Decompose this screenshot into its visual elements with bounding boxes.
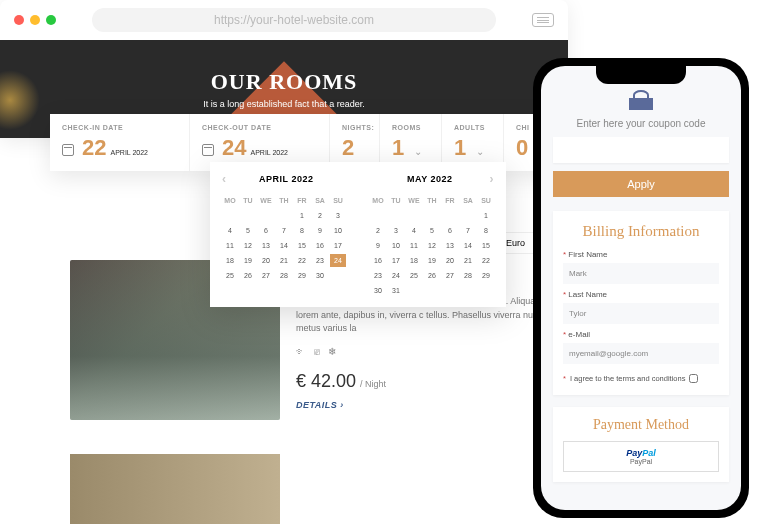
calendar-day[interactable]: 27 (442, 269, 458, 282)
calendar-day[interactable]: 6 (258, 224, 274, 237)
calendar-day[interactable]: 16 (370, 254, 386, 267)
gift-icon (629, 90, 653, 110)
first-name-label: * First Name (563, 250, 719, 259)
calendar-day[interactable]: 13 (442, 239, 458, 252)
calendar-day[interactable]: 8 (478, 224, 494, 237)
calendar-day[interactable]: 11 (222, 239, 238, 252)
lamp-glow-decoration (0, 70, 40, 130)
last-name-input[interactable] (563, 303, 719, 324)
calendar-day[interactable]: 9 (312, 224, 328, 237)
calendar-day[interactable]: 24 (330, 254, 346, 267)
calendar-day[interactable]: 5 (240, 224, 256, 237)
calendar-day[interactable]: 23 (312, 254, 328, 267)
calendar-day[interactable]: 28 (460, 269, 476, 282)
calendar-day[interactable]: 14 (276, 239, 292, 252)
calendar-day[interactable]: 30 (312, 269, 328, 282)
calendar-day[interactable]: 13 (258, 239, 274, 252)
browser-chrome: https://your-hotel-website.com (0, 0, 568, 40)
page-title: OUR ROOMS (211, 69, 358, 95)
calendar-day[interactable]: 2 (312, 209, 328, 222)
first-name-input[interactable] (563, 263, 719, 284)
paypal-option[interactable]: PayPal PayPal (563, 441, 719, 472)
calendar-day[interactable]: 7 (276, 224, 292, 237)
calendar-day[interactable]: 26 (424, 269, 440, 282)
page-subtitle: It is a long established fact that a rea… (203, 99, 365, 109)
coupon-input[interactable] (553, 137, 729, 163)
calendar-prev-icon[interactable]: ‹ (222, 172, 227, 186)
apply-button[interactable]: Apply (553, 171, 729, 197)
calendar-day[interactable]: 29 (294, 269, 310, 282)
calendar-day[interactable]: 12 (240, 239, 256, 252)
close-window-icon[interactable] (14, 15, 24, 25)
wifi-icon: ᯤ (296, 346, 306, 357)
calendar-day[interactable]: 17 (388, 254, 404, 267)
calendar-day[interactable]: 12 (424, 239, 440, 252)
calendar-day[interactable]: 22 (294, 254, 310, 267)
calendar-day[interactable]: 15 (294, 239, 310, 252)
amenities-row: ᯤ ⎚ ❄ (296, 346, 560, 357)
calendar-day[interactable]: 1 (478, 209, 494, 222)
calendar-day[interactable]: 26 (240, 269, 256, 282)
calendar-day[interactable]: 14 (460, 239, 476, 252)
phone-screen: Enter here your coupon code Apply Billin… (541, 66, 741, 510)
coupon-section: Enter here your coupon code Apply (553, 90, 729, 197)
calendar-day[interactable]: 23 (370, 269, 386, 282)
calendar-day[interactable]: 24 (388, 269, 404, 282)
calendar-day[interactable]: 20 (258, 254, 274, 267)
phone-notch (596, 66, 686, 84)
calendar-icon (62, 144, 74, 156)
calendar-month-may: MAY 2022› MOTUWETHFRSASU1234567891011121… (358, 162, 506, 307)
calendar-day[interactable]: 25 (406, 269, 422, 282)
calendar-day[interactable]: 2 (370, 224, 386, 237)
calendar-day[interactable]: 16 (312, 239, 328, 252)
calendar-day[interactable]: 20 (442, 254, 458, 267)
calendar-day[interactable]: 1 (294, 209, 310, 222)
calendar-day[interactable]: 25 (222, 269, 238, 282)
url-bar[interactable]: https://your-hotel-website.com (92, 8, 496, 32)
calendar-day[interactable]: 5 (424, 224, 440, 237)
calendar-next-icon[interactable]: › (489, 172, 494, 186)
calendar-day[interactable]: 15 (478, 239, 494, 252)
calendar-day[interactable]: 28 (276, 269, 292, 282)
calendar-day[interactable]: 4 (222, 224, 238, 237)
calendar-day[interactable]: 18 (406, 254, 422, 267)
calendar-popup: ‹APRIL 2022 MOTUWETHFRSASU12345678910111… (210, 162, 506, 307)
calendar-day[interactable]: 3 (330, 209, 346, 222)
room-image-2[interactable] (70, 454, 280, 524)
calendar-day[interactable]: 30 (370, 284, 386, 297)
email-input[interactable] (563, 343, 719, 364)
checkin-field[interactable]: CHECK-IN DATE 22APRIL 2022 (50, 114, 190, 171)
calendar-day[interactable]: 17 (330, 239, 346, 252)
tv-icon: ⎚ (314, 346, 320, 357)
calendar-day[interactable]: 22 (478, 254, 494, 267)
minimize-window-icon[interactable] (30, 15, 40, 25)
payment-section: Payment Method PayPal PayPal (553, 407, 729, 482)
calendar-day[interactable]: 18 (222, 254, 238, 267)
calendar-day[interactable]: 9 (370, 239, 386, 252)
calendar-day[interactable]: 11 (406, 239, 422, 252)
calendar-day[interactable]: 7 (460, 224, 476, 237)
calendar-day[interactable]: 21 (276, 254, 292, 267)
calendar-day[interactable]: 29 (478, 269, 494, 282)
payment-title: Payment Method (563, 417, 719, 433)
calendar-day[interactable]: 10 (388, 239, 404, 252)
calendar-day[interactable]: 4 (406, 224, 422, 237)
calendar-day[interactable]: 27 (258, 269, 274, 282)
calendar-day[interactable]: 19 (240, 254, 256, 267)
phone-mockup: Enter here your coupon code Apply Billin… (533, 58, 749, 518)
calendar-day[interactable]: 19 (424, 254, 440, 267)
calendar-day[interactable]: 8 (294, 224, 310, 237)
details-link[interactable]: DETAILS › (296, 400, 560, 410)
calendar-month-april: ‹APRIL 2022 MOTUWETHFRSASU12345678910111… (210, 162, 358, 307)
calendar-day[interactable]: 6 (442, 224, 458, 237)
calendar-day[interactable]: 10 (330, 224, 346, 237)
calendar-day[interactable]: 31 (388, 284, 404, 297)
hamburger-menu-icon[interactable] (532, 13, 554, 27)
terms-checkbox[interactable] (689, 374, 698, 383)
last-name-label: * Last Name (563, 290, 719, 299)
chevron-down-icon: ⌄ (414, 146, 422, 157)
billing-title: Billing Information (563, 223, 719, 240)
maximize-window-icon[interactable] (46, 15, 56, 25)
calendar-day[interactable]: 21 (460, 254, 476, 267)
calendar-day[interactable]: 3 (388, 224, 404, 237)
